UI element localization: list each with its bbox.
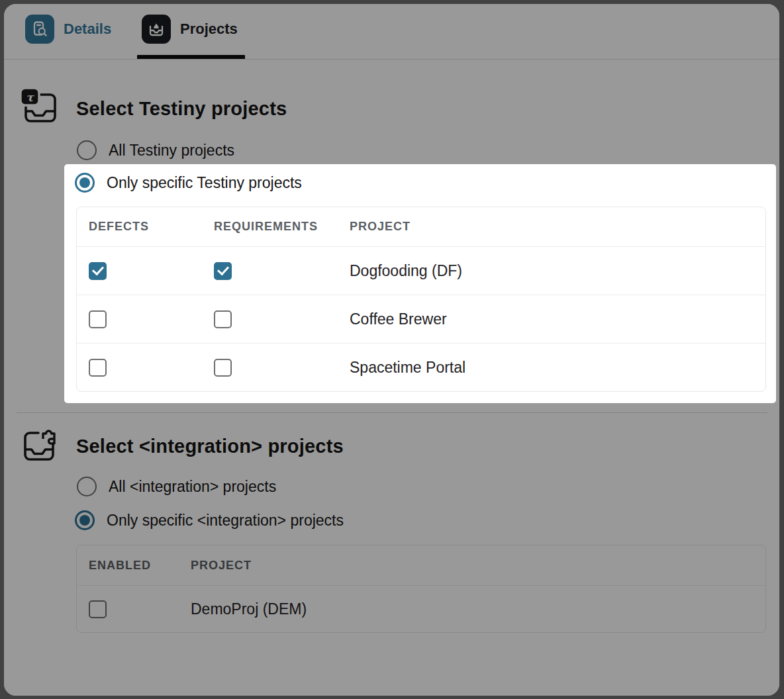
tab-details-label: Details [64, 21, 111, 38]
projects-tab-icon [142, 15, 171, 44]
section-divider [17, 412, 767, 413]
testiny-inbox-icon: τ [19, 86, 60, 126]
screenshot-root: Details Projects [0, 0, 784, 699]
radio-specific-integration-label: Only specific <integration> projects [107, 512, 344, 530]
radio-specific-testiny-circle[interactable] [75, 173, 95, 193]
testiny-table-header: DEFECTS REQUIREMENTS PROJECT [77, 207, 765, 246]
radio-specific-testiny[interactable]: Only specific Testiny projects [75, 172, 302, 193]
svg-text:τ: τ [26, 91, 34, 104]
tab-details[interactable]: Details [25, 15, 111, 44]
enabled-checkbox[interactable] [89, 600, 107, 618]
project-name: Coffee Brewer [350, 310, 765, 328]
defects-checkbox[interactable] [89, 310, 107, 328]
col-requirements: REQUIREMENTS [214, 220, 350, 234]
table-row: Coffee Brewer [77, 295, 765, 343]
requirements-checkbox[interactable] [214, 310, 232, 328]
defects-checkbox[interactable] [89, 359, 107, 377]
requirements-checkbox[interactable] [214, 359, 232, 377]
integration-table-header: ENABLED PROJECT [77, 545, 765, 585]
radio-all-testiny[interactable]: All Testiny projects [77, 140, 234, 161]
radio-specific-testiny-label: Only specific Testiny projects [107, 174, 302, 192]
col-project: PROJECT [191, 559, 765, 573]
defects-checkbox[interactable] [89, 262, 107, 280]
tab-projects-label: Projects [180, 21, 238, 38]
radio-all-integration-circle[interactable] [77, 477, 97, 496]
requirements-checkbox[interactable] [214, 262, 232, 280]
tabbar-divider [4, 59, 779, 60]
table-row: Spacetime Portal [77, 343, 765, 391]
integration-projects-table: ENABLED PROJECT DemoProj (DEM) [76, 545, 766, 633]
radio-all-integration[interactable]: All <integration> projects [77, 476, 276, 497]
project-name: Spacetime Portal [350, 359, 765, 377]
integration-section-title: Select <integration> projects [76, 436, 344, 457]
table-row: Dogfooding (DF) [77, 246, 765, 295]
integration-inbox-icon [19, 424, 60, 464]
col-project: PROJECT [350, 220, 765, 234]
details-tab-icon [25, 15, 54, 44]
radio-all-testiny-circle[interactable] [77, 140, 97, 160]
settings-window: Details Projects [4, 4, 779, 696]
radio-specific-integration-circle[interactable] [75, 510, 95, 530]
project-name: Dogfooding (DF) [350, 262, 765, 280]
project-name: DemoProj (DEM) [191, 600, 765, 618]
radio-all-testiny-label: All Testiny projects [109, 142, 234, 160]
testiny-section-title: Select Testiny projects [76, 98, 287, 120]
testiny-projects-table: DEFECTS REQUIREMENTS PROJECT Dogfooding … [76, 207, 766, 392]
tab-projects[interactable]: Projects [142, 15, 238, 44]
col-defects: DEFECTS [89, 220, 214, 234]
col-enabled: ENABLED [89, 559, 191, 573]
radio-specific-integration[interactable]: Only specific <integration> projects [75, 510, 344, 531]
radio-all-integration-label: All <integration> projects [109, 478, 276, 496]
table-row: DemoProj (DEM) [77, 585, 765, 632]
